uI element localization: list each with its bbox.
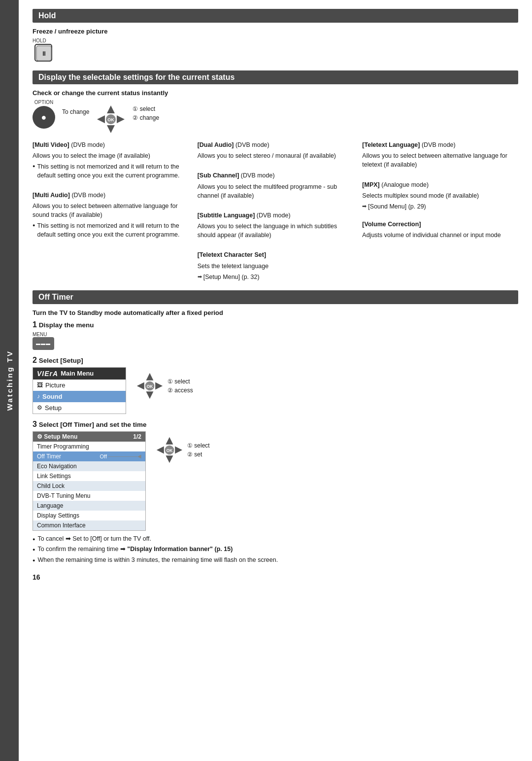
vieira-picture-item[interactable]: 🖼 Picture — [33, 380, 126, 391]
svg-marker-5 — [117, 115, 125, 123]
svg-text:OK: OK — [108, 117, 115, 122]
step2-block: 2 Select [Setup] VIErA Main Menu 🖼 Pictu… — [33, 356, 518, 414]
step1-label: Display the menu — [39, 321, 94, 329]
display-settings-label: Display Settings — [37, 512, 79, 519]
setup-dvbt-tuning[interactable]: DVB-T Tuning Menu — [33, 491, 145, 501]
setup-child-lock[interactable]: Child Lock — [33, 481, 145, 491]
step1-number: 1 — [33, 320, 37, 329]
display-columns: [Multi Video] (DVB mode) Allows you to s… — [33, 140, 518, 281]
setup-link-settings[interactable]: Link Settings — [33, 471, 145, 481]
timer-programming-label: Timer Programming — [37, 443, 89, 450]
off-dashes: ——————◀ — [108, 453, 141, 459]
hold-button-svg: ⏸ — [35, 45, 52, 62]
svg-marker-16 — [157, 446, 164, 453]
svg-marker-3 — [107, 125, 115, 133]
vieira-menu-title: Main Menu — [61, 370, 94, 377]
hold-section: Hold Freeze / unfreeze picture HOLD ⏸ — [33, 9, 518, 62]
hold-subsection-title: Freeze / unfreeze picture — [33, 28, 518, 35]
dpad-icon: OK — [96, 104, 126, 134]
teletext-lang-heading: [Teletext Language] (DVB mode) — [362, 140, 518, 149]
sidebar-label: Watching TV — [5, 350, 14, 411]
setup-common-interface[interactable]: Common Interface — [33, 520, 145, 530]
option-label: OPTION — [34, 100, 53, 105]
svg-text:OK: OK — [147, 383, 153, 388]
teletext-lang-text: Allows you to select between alternative… — [362, 151, 518, 169]
select-change-labels: ① select ② change — [133, 105, 159, 121]
svg-marker-17 — [175, 446, 182, 453]
step2-number: 2 — [33, 356, 37, 364]
mpx-heading: [MPX] (Analogue mode) — [362, 180, 518, 189]
menu-label: MENU — [33, 332, 47, 337]
setup-off-timer[interactable]: Off Timer Off ——————◀ — [33, 451, 145, 461]
sub-channel-heading: [Sub Channel] (DVB mode) — [198, 171, 354, 180]
sidebar: Watching TV — [0, 0, 19, 761]
setup-language[interactable]: Language — [33, 501, 145, 511]
display-section-header: Display the selectable settings for the … — [33, 70, 518, 84]
setup-display-settings[interactable]: Display Settings — [33, 511, 145, 520]
step3-number: 3 — [33, 420, 37, 428]
subtitle-lang-text: Allows you to select the language in whi… — [198, 222, 354, 240]
hold-button-container: HOLD ⏸ — [33, 38, 52, 62]
step2-access-label: ② access — [167, 387, 193, 394]
setup-timer-programming[interactable]: Timer Programming — [33, 442, 145, 451]
off-timer-section: Off Timer Turn the TV to Standby mode au… — [33, 290, 518, 565]
setup-menu-page: 1/2 — [133, 433, 141, 440]
volume-correction-text: Adjusts volume of individual channel or … — [362, 231, 518, 240]
step2-select-label: ① select — [167, 378, 193, 385]
to-change-group: To change — [62, 108, 89, 115]
setup-icon: ⚙ — [37, 404, 42, 411]
main-content: Hold Freeze / unfreeze picture HOLD ⏸ Di… — [19, 0, 532, 761]
step3-content: ⚙ Setup Menu 1/2 Timer Programming Off T… — [33, 431, 518, 531]
vieira-sound-label: Sound — [42, 393, 62, 400]
step1-heading: 1 Display the menu — [33, 320, 518, 329]
vieira-setup-label: Setup — [45, 404, 62, 412]
svg-text:⏸: ⏸ — [41, 50, 47, 57]
option-row: OPTION ● To change — [33, 100, 518, 136]
step2-labels: ① select ② access — [167, 378, 193, 394]
dpad-group: OK — [96, 104, 126, 136]
step2-dpad-icon: OK — [136, 372, 164, 400]
option-circle-icon: ● — [33, 106, 55, 129]
hold-label: HOLD — [33, 38, 46, 43]
change-label: ② change — [133, 114, 159, 121]
eco-nav-label: Eco Navigation — [37, 463, 77, 470]
multi-audio-text: Allows you to select between alternative… — [33, 202, 189, 219]
setup-eco-nav[interactable]: Eco Navigation — [33, 461, 145, 471]
step2-label: Select [Setup] — [39, 357, 83, 364]
step3-dpad-group: OK ① select ② set — [156, 436, 210, 464]
svg-marker-4 — [97, 115, 105, 123]
setup-menu-header: ⚙ Setup Menu 1/2 — [33, 432, 145, 442]
dual-audio-heading: [Dual Audio] (DVB mode) — [198, 140, 354, 149]
setup-menu: ⚙ Setup Menu 1/2 Timer Programming Off T… — [33, 431, 146, 531]
teletext-charset-text: Sets the teletext language — [198, 262, 354, 271]
vieira-setup-item[interactable]: ⚙ Setup — [33, 402, 126, 414]
step2-dpad-group: OK ① select ② access — [136, 372, 193, 400]
multi-video-bullet: This setting is not memorized and it wil… — [33, 162, 189, 180]
option-button-group: OPTION ● — [33, 100, 55, 130]
step3-heading: 3 Select [Off Timer] and set the time — [33, 420, 518, 429]
turn-standby-title: Turn the TV to Standby mode automaticall… — [33, 309, 518, 316]
step3-labels: ① select ② set — [187, 442, 210, 458]
display-col-1: [Multi Video] (DVB mode) Allows you to s… — [33, 140, 189, 281]
note-2: To confirm the remaining time ➡ "Display… — [33, 545, 518, 554]
common-interface-label: Common Interface — [37, 522, 86, 529]
menu-button-label: ▬▬▬ — [36, 341, 51, 346]
to-change-label: To change — [62, 108, 89, 115]
vieira-sound-item[interactable]: ♪ Sound — [33, 391, 126, 402]
svg-marker-14 — [166, 437, 173, 445]
mpx-text: Selects multiplex sound mode (if availab… — [362, 191, 518, 200]
sound-menu-link: [Sound Menu] (p. 29) — [362, 202, 518, 211]
step3-label: Select [Off Timer] and set the time — [39, 421, 147, 428]
picture-icon: 🖼 — [37, 381, 43, 388]
off-value-text: Off — [100, 453, 107, 459]
sub-channel-text: Allows you to select the multifeed progr… — [198, 182, 354, 200]
step3-set-label: ② set — [187, 451, 210, 458]
note-1: To cancel ➡ Set to [Off] or turn the TV … — [33, 535, 518, 544]
svg-marker-11 — [155, 382, 163, 389]
step3-block: 3 Select [Off Timer] and set the time ⚙ … — [33, 420, 518, 565]
multi-audio-heading: [Multi Audio] (DVB mode) — [33, 191, 189, 200]
multi-video-text: Allows you to select the image (if avail… — [33, 151, 189, 160]
setup-menu-link: [Setup Menu] (p. 32) — [198, 273, 354, 281]
display-subsection-title: Check or change the current status insta… — [33, 89, 518, 97]
display-col-3: [Teletext Language] (DVB mode) Allows yo… — [362, 140, 518, 281]
